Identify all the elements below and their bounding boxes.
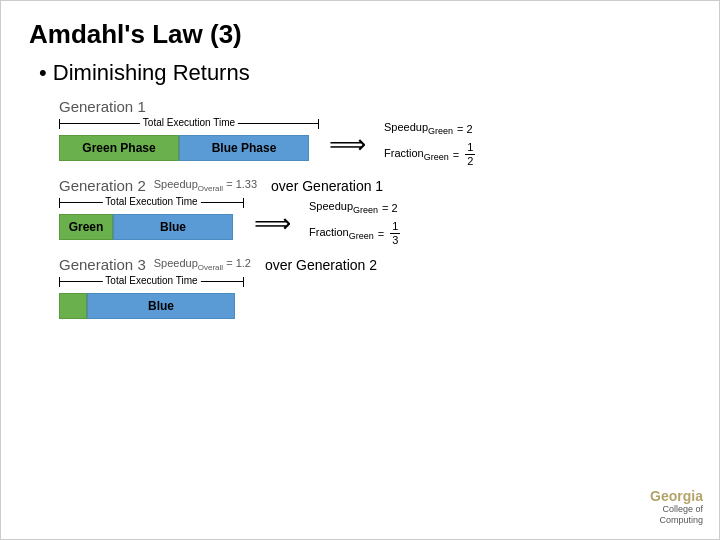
gen1-total-exec-label: Total Execution Time xyxy=(140,117,238,128)
gen1-blue-phase: Blue Phase xyxy=(179,135,309,161)
content-area: Generation 1 Total Execution Time Green … xyxy=(59,98,691,329)
logo-college-line2: Computing xyxy=(659,515,703,527)
gen2-speedup-overall: SpeedupOverall = 1.33 xyxy=(154,178,257,193)
gen1-arrow: ⟹ xyxy=(329,129,366,160)
logo-area: Georgia College of Computing xyxy=(650,488,703,527)
slide-title: Amdahl's Law (3) xyxy=(29,19,691,50)
gen1-fraction-line: FractionGreen = 1 2 xyxy=(384,141,477,168)
gen1-row: Total Execution Time Green Phase Blue Ph… xyxy=(59,117,691,171)
gen3-row: Total Execution Time Blue xyxy=(59,275,691,329)
gen3-green-phase xyxy=(59,293,87,319)
gen2-fraction-line: FractionGreen = 1 3 xyxy=(309,220,402,247)
logo-georgia: Georgia xyxy=(650,488,703,504)
gen1-speedup-line: SpeedupGreen = 2 xyxy=(384,119,477,139)
gen2-arrow: ⟹ xyxy=(254,208,291,239)
gen2-row: Total Execution Time Green Blue ⟹ Speedu… xyxy=(59,196,691,250)
gen2-label: Generation 2 SpeedupOverall = 1.33 over … xyxy=(59,177,691,194)
gen2-blue-phase: Blue xyxy=(113,214,233,240)
generation2-section: Generation 2 SpeedupOverall = 1.33 over … xyxy=(59,177,691,250)
gen2-bar: Green Blue xyxy=(59,214,244,240)
gen2-green-phase: Green xyxy=(59,214,113,240)
gen3-blue-phase: Blue xyxy=(87,293,235,319)
gen2-formulas: SpeedupGreen = 2 FractionGreen = 1 3 xyxy=(309,198,402,247)
gen1-formulas: SpeedupGreen = 2 FractionGreen = 1 2 xyxy=(384,119,477,168)
gen3-bar: Blue xyxy=(59,293,244,319)
gen3-label: Generation 3 SpeedupOverall = 1.2 over G… xyxy=(59,256,691,273)
gen3-speedup-overall: SpeedupOverall = 1.2 xyxy=(154,257,251,272)
generation1-section: Generation 1 Total Execution Time Green … xyxy=(59,98,691,171)
gen1-bar: Green Phase Blue Phase xyxy=(59,135,319,161)
generation3-section: Generation 3 SpeedupOverall = 1.2 over G… xyxy=(59,256,691,329)
gen2-speedup-line: SpeedupGreen = 2 xyxy=(309,198,402,218)
gen3-total-exec-label: Total Execution Time xyxy=(102,275,200,286)
gen2-total-exec-label: Total Execution Time xyxy=(102,196,200,207)
gen1-green-phase: Green Phase xyxy=(59,135,179,161)
logo-college-line1: College of xyxy=(662,504,703,516)
bullet-diminishing: • Diminishing Returns xyxy=(39,60,691,86)
slide: Amdahl's Law (3) • Diminishing Returns G… xyxy=(0,0,720,540)
gen1-label: Generation 1 xyxy=(59,98,691,115)
